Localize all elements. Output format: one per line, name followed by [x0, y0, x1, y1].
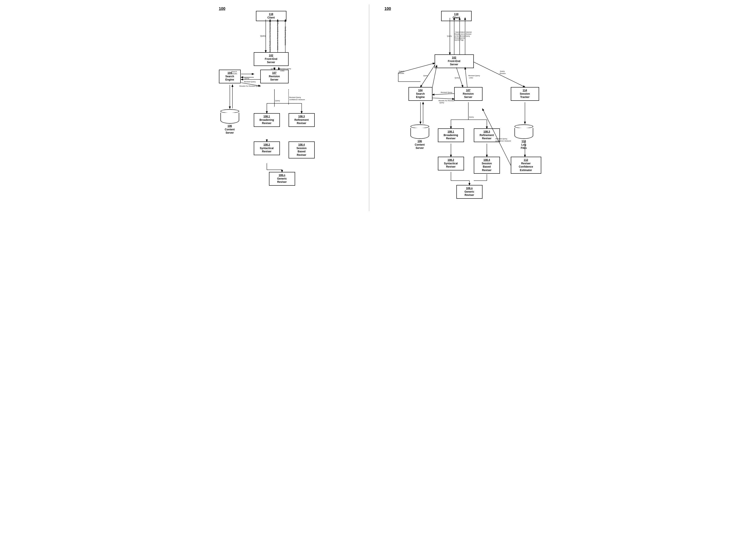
svg-text:Search: Search: [399, 70, 404, 72]
svg-text:Query: Query: [455, 77, 459, 79]
revision-box: 107 RevisionServer: [260, 70, 289, 83]
svg-text:Select Link to Revised Queries: Select Link to Revised Queries Page: [277, 22, 279, 50]
svg-text:Selected Revised Query: Selected Revised Query: [284, 27, 286, 45]
svg-text:Results For Revised: Results For Revised: [438, 100, 454, 102]
svg-text:confidence measure: confidence measure: [289, 98, 305, 100]
svg-text:Revised: Revised: [460, 35, 465, 37]
d2-content-cylinder: 106 ContentServer: [410, 124, 430, 150]
svg-line-70: [432, 93, 454, 95]
d2-logfiles-cylinder: 110 LogFiles: [514, 124, 533, 150]
svg-text:Revised Query: Revised Query: [441, 91, 452, 93]
svg-text:Revised: Revised: [455, 37, 460, 39]
svg-text:Link to: Link to: [460, 33, 465, 35]
frontend-num: 102: [256, 54, 286, 57]
d2-b108-3-box: 108.3 RefinementReviser: [474, 128, 500, 142]
svg-line-57: [420, 65, 435, 87]
d2-search-num: 104: [411, 89, 430, 92]
diagram-2: 100 118 Client 102 Front-EndServer 104 S…: [382, 4, 521, 211]
d2-b108-4-box: 108.4 SessionBasedReviser: [474, 157, 500, 174]
svg-line-67: [465, 67, 467, 87]
b108-1-box: 108.1 BroadeningReviser: [254, 113, 280, 127]
svg-line-64: [398, 63, 435, 73]
d2-revision-name: RevisionServer: [463, 92, 473, 99]
svg-text:Query: Query: [260, 35, 266, 37]
diagram2-label: 100: [385, 7, 391, 11]
d2-revision-num: 107: [456, 89, 480, 92]
svg-text:Revised Query: Revised Query: [280, 68, 291, 70]
content-cylinder: 106 ContentServer: [220, 109, 240, 135]
d2-session-name: SessionTracker: [520, 92, 530, 99]
revision-num: 107: [263, 71, 286, 75]
svg-text:Query: Query: [271, 68, 276, 70]
svg-text:Queries: Queries: [455, 39, 460, 41]
search-name: SearchEngine: [225, 75, 234, 81]
svg-text:Search: Search: [455, 31, 460, 33]
svg-text:Query: Query: [423, 75, 428, 77]
svg-text:Revised Query: Revised Query: [244, 81, 256, 83]
svg-line-15: [241, 83, 260, 86]
svg-text:Page: Page: [460, 39, 463, 41]
svg-text:Results For Revised Query: Results For Revised Query: [239, 85, 260, 87]
d2-b108-n-box: 108.n GenericReviser: [456, 185, 482, 199]
revision-name: RevisionServer: [269, 75, 280, 81]
svg-text:Query: Query: [469, 116, 474, 118]
svg-line-65: [456, 67, 463, 87]
d2-session-box: 114 SessionTracker: [511, 87, 539, 101]
frontend-name: Front-EndServer: [265, 57, 277, 64]
svg-line-77: [474, 62, 525, 87]
svg-text:Query: Query: [500, 70, 505, 72]
svg-text:Revised: Revised: [466, 33, 471, 35]
svg-text:w/ link to: w/ link to: [454, 35, 460, 37]
d2-frontend-num: 102: [437, 56, 472, 60]
d2-session-num: 114: [513, 89, 537, 92]
search-box: 104 SearchEngine: [219, 70, 241, 83]
d2-client-name: Client: [453, 16, 460, 19]
diagram1-label: 100: [219, 7, 226, 11]
svg-text:Query: Query: [466, 35, 470, 37]
svg-text:Search Results w/ link to Revi: Search Results w/ link to Revised Querie…: [269, 20, 271, 52]
svg-text:Links: Links: [469, 77, 473, 79]
d2-b108-1-box: 108.1 BroadeningReviser: [438, 128, 464, 142]
d2-search-box: 104 SearchEngine: [408, 87, 432, 101]
svg-text:Session: Session: [499, 72, 505, 74]
diagram-divider: [369, 4, 369, 211]
diagram-1: 100 118 Client 102 Front-EndServer 104 S…: [217, 4, 356, 211]
d2-client-num: 118: [443, 13, 469, 16]
page: 100 118 Client 102 Front-EndServer 104 S…: [217, 4, 521, 211]
client-box: 118 Client: [256, 11, 286, 21]
search-num: 104: [221, 71, 239, 75]
frontend-box: 102 Front-EndServer: [254, 52, 289, 66]
b108-2-box: 108.2 SyntacticalReviser: [254, 142, 280, 155]
svg-text:Queries: Queries: [460, 37, 465, 39]
d2-search-name: SearchEngine: [416, 92, 425, 99]
svg-text:Query: Query: [245, 77, 249, 79]
svg-text:Query: Query: [275, 100, 280, 102]
d2-revision-box: 107 RevisionServer: [454, 87, 482, 101]
b108-n-box: 108.n GenericReviser: [269, 172, 295, 186]
diagram2-arrows: Query Search Results w/ link to Revised …: [382, 4, 521, 211]
svg-text:Revised Query: Revised Query: [468, 75, 480, 77]
d2-b108-2-box: 108.2 SyntacticalReviser: [438, 157, 464, 171]
b108-3-box: 108.3 RefinementReviser: [289, 113, 315, 127]
svg-text:Revised Query,: Revised Query,: [289, 96, 301, 98]
svg-line-59: [432, 65, 437, 87]
client-name: Client: [268, 16, 275, 19]
d2-client-box: 118 Client: [441, 11, 472, 21]
d2-frontend-box: 102 Front-EndServer: [435, 54, 474, 68]
svg-text:Results: Results: [455, 33, 460, 35]
svg-line-72: [432, 98, 454, 99]
svg-text:Selected: Selected: [466, 31, 472, 33]
client-num: 118: [258, 13, 284, 16]
d2-estimator-box: 112 ReviserConfidenceEstimator: [511, 157, 541, 174]
b108-4-box: 108.4 SessionBasedReviser: [289, 142, 315, 159]
svg-text:Select: Select: [460, 31, 465, 33]
d2-frontend-name: Front-EndServer: [448, 60, 460, 66]
svg-text:Query: Query: [447, 35, 452, 37]
svg-text:Results: Results: [398, 72, 404, 74]
svg-text:Query: Query: [439, 102, 444, 103]
